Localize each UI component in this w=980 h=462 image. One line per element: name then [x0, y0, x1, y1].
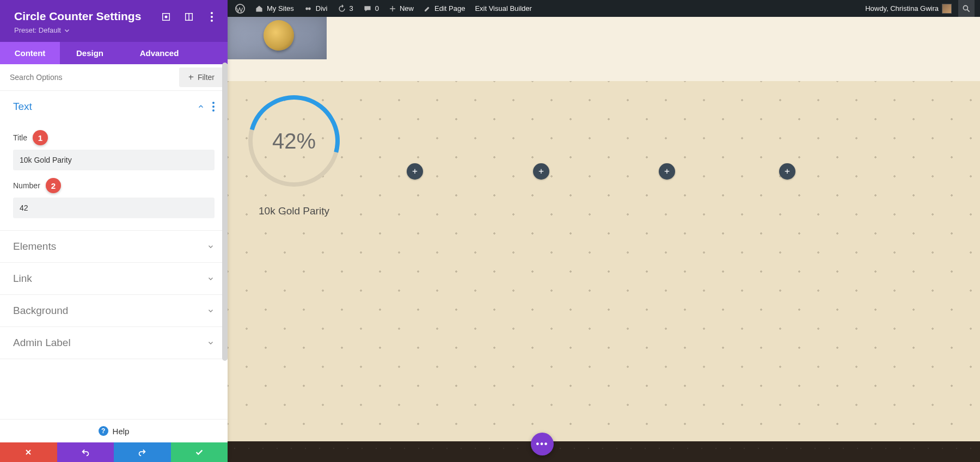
- section-text-header[interactable]: Text: [0, 91, 228, 122]
- cancel-button[interactable]: [0, 442, 57, 462]
- section-background: Background: [0, 295, 228, 327]
- number-field-label: Number 2: [13, 178, 215, 193]
- title-field-label: Title 1: [13, 130, 215, 145]
- save-button[interactable]: [171, 442, 228, 462]
- add-module-button[interactable]: +: [407, 163, 423, 180]
- help-label: Help: [113, 427, 130, 436]
- section-elements: Elements: [0, 231, 228, 263]
- chevron-up-icon: [197, 103, 205, 110]
- settings-tabs: Content Design Advanced: [0, 42, 228, 64]
- chevron-down-icon: [207, 307, 215, 315]
- preset-selector[interactable]: Preset: Default: [14, 26, 141, 34]
- panel-header: Circle Counter Settings Preset: Default: [0, 0, 228, 42]
- help-icon: ?: [99, 426, 108, 436]
- updates-link[interactable]: 3: [338, 4, 353, 13]
- exit-visual-builder-link[interactable]: Exit Visual Builder: [475, 4, 532, 13]
- section-elements-name: Elements: [13, 241, 56, 252]
- exit-vb-label: Exit Visual Builder: [475, 4, 532, 13]
- divi-link[interactable]: Divi: [304, 4, 328, 13]
- account-link[interactable]: Howdy, Christina Gwira: [865, 4, 952, 14]
- help-button[interactable]: ? Help: [0, 419, 228, 442]
- number-label-text: Number: [13, 181, 40, 190]
- visual-builder-canvas: 42% 10k Gold Parity + + + + •••: [228, 17, 980, 462]
- preset-label: Preset: Default: [14, 26, 61, 34]
- edit-page-link[interactable]: Edit Page: [424, 4, 465, 13]
- section-link-header[interactable]: Link: [0, 263, 228, 294]
- chevron-down-icon: [207, 275, 215, 282]
- avatar: [942, 4, 952, 14]
- number-input[interactable]: [13, 198, 215, 218]
- tab-design[interactable]: Design: [60, 42, 120, 64]
- section-text: Text Title 1 Number 2: [0, 91, 228, 231]
- kebab-icon[interactable]: [212, 102, 215, 112]
- section-text-name: Text: [13, 101, 32, 113]
- section-admin-label-name: Admin Label: [13, 337, 71, 349]
- wp-admin-bar: My Sites Divi 3 0 New Edit Page Exit Vis…: [228, 0, 980, 17]
- search-row: Filter: [0, 64, 228, 91]
- title-input[interactable]: [13, 150, 215, 170]
- kebab-icon[interactable]: [207, 12, 217, 22]
- wp-logo[interactable]: [235, 4, 245, 14]
- module-settings-panel: Circle Counter Settings Preset: Default …: [0, 0, 228, 462]
- howdy-label: Howdy, Christina Gwira: [865, 4, 939, 13]
- builder-fab-menu[interactable]: •••: [531, 433, 554, 455]
- redo-button[interactable]: [114, 442, 171, 462]
- circle-track: 42%: [248, 95, 340, 187]
- filter-button[interactable]: Filter: [179, 67, 223, 87]
- panel-scrollbar[interactable]: [222, 63, 228, 361]
- svg-point-1: [305, 7, 308, 10]
- section-background-name: Background: [13, 305, 68, 317]
- section-admin-label-header[interactable]: Admin Label: [0, 327, 228, 359]
- add-module-button[interactable]: +: [533, 163, 549, 180]
- tab-advanced[interactable]: Advanced: [120, 42, 199, 64]
- chevron-down-icon: [207, 243, 215, 250]
- new-label: New: [400, 4, 414, 13]
- filter-label: Filter: [198, 73, 215, 82]
- panel-title: Circle Counter Settings: [14, 10, 141, 23]
- expand-icon[interactable]: [161, 12, 171, 22]
- circle-counter-title: 10k Gold Parity: [247, 205, 341, 217]
- hero-image-fragment: [228, 17, 327, 59]
- caret-down-icon: [63, 27, 71, 34]
- footer-band: [228, 441, 980, 462]
- comments-link[interactable]: 0: [363, 4, 379, 13]
- fab-dots: •••: [536, 439, 549, 449]
- new-link[interactable]: New: [389, 4, 414, 13]
- add-module-button[interactable]: +: [779, 163, 795, 180]
- add-module-button[interactable]: +: [659, 163, 675, 180]
- section-elements-header[interactable]: Elements: [0, 231, 228, 262]
- layout-icon[interactable]: [184, 12, 194, 22]
- my-sites-label: My Sites: [267, 4, 294, 13]
- updates-count: 3: [350, 4, 353, 13]
- svg-point-3: [963, 5, 967, 10]
- section-link: Link: [0, 263, 228, 295]
- circle-percent-text: 42%: [253, 100, 335, 182]
- section-background-header[interactable]: Background: [0, 295, 228, 327]
- svg-point-5: [165, 16, 167, 18]
- my-sites-link[interactable]: My Sites: [255, 4, 294, 13]
- section-admin-label: Admin Label: [0, 327, 228, 359]
- annotation-badge-1: 1: [33, 130, 48, 145]
- admin-search-button[interactable]: [958, 0, 975, 17]
- tab-content[interactable]: Content: [0, 42, 60, 64]
- section-link-name: Link: [13, 273, 32, 285]
- title-label-text: Title: [13, 133, 27, 142]
- edit-page-label: Edit Page: [434, 4, 465, 13]
- divi-label: Divi: [316, 4, 328, 13]
- search-options-input[interactable]: [0, 65, 179, 89]
- svg-point-2: [308, 7, 311, 10]
- comments-count: 0: [375, 4, 379, 13]
- panel-action-bar: [0, 442, 228, 462]
- annotation-badge-2: 2: [46, 178, 61, 193]
- undo-button[interactable]: [57, 442, 114, 462]
- circle-counter-module[interactable]: 42% 10k Gold Parity: [247, 95, 341, 217]
- chevron-down-icon: [207, 339, 215, 347]
- canvas-top-strip: [327, 17, 980, 81]
